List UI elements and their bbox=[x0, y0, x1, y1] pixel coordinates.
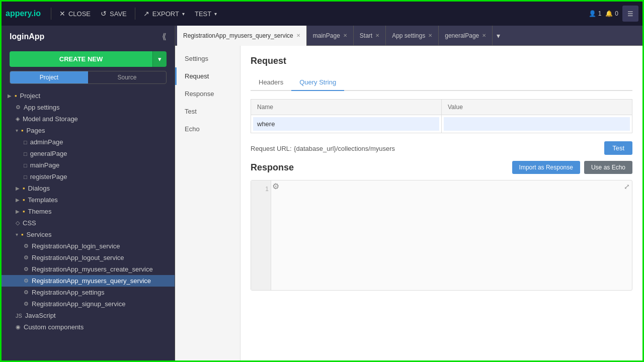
source-view-button[interactable]: Source bbox=[88, 71, 166, 83]
tree-label-signup-service: RegistrationApp_signup_service bbox=[32, 300, 125, 308]
code-expand-button[interactable]: ⤢ bbox=[624, 183, 630, 191]
tree-item-project[interactable]: ▶ ▪ Project bbox=[2, 90, 175, 102]
tree-item-settings-service[interactable]: ⚙ RegistrationApp_settings bbox=[2, 287, 175, 298]
tree-item-query-service[interactable]: ⚙ RegistrationApp_myusers_query_service bbox=[2, 275, 175, 287]
tree-item-app-settings[interactable]: ⚙ App settings bbox=[2, 102, 175, 113]
tree-item-javascript[interactable]: JS JavaScript bbox=[2, 310, 175, 321]
tree-label-logout-service: RegistrationApp_logout_service bbox=[32, 254, 124, 261]
service-icon-4: ⚙ bbox=[24, 278, 29, 284]
expand-icon: ⤢ bbox=[624, 183, 630, 191]
tree-item-css[interactable]: ◇ CSS bbox=[2, 217, 175, 229]
page-icon-2: □ bbox=[24, 151, 27, 157]
create-new-button[interactable]: CREATE NEW bbox=[10, 51, 152, 67]
sidebar: loginApp ⟪ CREATE NEW ▾ Project Source ▶… bbox=[2, 26, 175, 362]
tree-item-login-service[interactable]: ⚙ RegistrationApp_login_service bbox=[2, 240, 175, 252]
page-icon-3: □ bbox=[24, 162, 27, 168]
tab-app-settings-close-icon[interactable]: ✕ bbox=[428, 33, 432, 38]
menu-button[interactable]: ☰ bbox=[622, 6, 638, 22]
service-nav-settings-label: Settings bbox=[185, 55, 208, 62]
tree-item-themes[interactable]: ▶ ▪ Themes bbox=[2, 206, 175, 217]
request-sub-tabs: Headers Query String bbox=[251, 74, 632, 91]
tree-item-main-page[interactable]: □ mainPage bbox=[2, 159, 175, 171]
tree-item-services[interactable]: ▾ ▪ Services bbox=[2, 229, 175, 240]
tree-item-create-service[interactable]: ⚙ RegistrationApp_myusers_create_service bbox=[2, 263, 175, 275]
notification-badge: 🔔 0 bbox=[605, 10, 618, 17]
service-nav-response[interactable]: Response bbox=[175, 85, 240, 103]
use-as-echo-button[interactable]: Use as Echo bbox=[584, 161, 632, 174]
tree-label-admin-page: adminPage bbox=[30, 138, 63, 146]
custom-icon: ◉ bbox=[16, 324, 21, 330]
export-icon: ↗ bbox=[143, 10, 149, 18]
test-button[interactable]: TEST ▾ bbox=[191, 8, 221, 20]
templates-arrow-icon: ▶ bbox=[16, 197, 20, 203]
service-icon-6: ⚙ bbox=[24, 301, 29, 307]
code-gear-button[interactable]: ⚙ bbox=[272, 182, 279, 191]
tab-start-close-icon[interactable]: ✕ bbox=[375, 33, 379, 38]
model-icon: ◈ bbox=[16, 116, 20, 122]
service-nav-response-label: Response bbox=[185, 90, 214, 98]
service-nav-settings[interactable]: Settings bbox=[175, 50, 240, 67]
tree-item-admin-page[interactable]: □ adminPage bbox=[2, 136, 175, 148]
tree-item-dialogs[interactable]: ▶ ▪ Dialogs bbox=[2, 183, 175, 194]
tree-item-register-page[interactable]: □ registerPage bbox=[2, 171, 175, 183]
param-value-input[interactable] bbox=[444, 117, 630, 131]
sub-tab-querystring[interactable]: Query String bbox=[291, 74, 344, 91]
create-new-dropdown-button[interactable]: ▾ bbox=[152, 51, 167, 67]
tab-start[interactable]: Start ✕ bbox=[354, 26, 386, 46]
tree-label-main-page: mainPage bbox=[30, 161, 60, 169]
page-icon: □ bbox=[24, 139, 27, 145]
service-content: Request Headers Query String Name bbox=[240, 46, 642, 362]
tree-item-custom-components[interactable]: ◉ Custom components bbox=[2, 321, 175, 333]
service-icon-3: ⚙ bbox=[24, 266, 29, 273]
param-table: Name Value bbox=[251, 99, 632, 133]
service-nav-echo[interactable]: Echo bbox=[175, 120, 240, 138]
gear-icon: ⚙ bbox=[272, 182, 279, 191]
hamburger-icon: ☰ bbox=[627, 10, 633, 18]
services-arrow-icon: ▾ bbox=[16, 232, 18, 237]
tree-label-themes: Themes bbox=[28, 208, 52, 215]
tree-item-signup-service[interactable]: ⚙ RegistrationApp_signup_service bbox=[2, 298, 175, 310]
tab-service[interactable]: RegistrationApp_myusers_query_service ✕ bbox=[177, 26, 307, 46]
param-name-cell bbox=[251, 115, 442, 133]
css-icon: ◇ bbox=[16, 220, 20, 226]
tab-main-close-icon[interactable]: ✕ bbox=[343, 33, 347, 38]
services-folder-icon: ▪ bbox=[21, 231, 24, 238]
request-url-label: Request URL: bbox=[251, 145, 292, 152]
tree-item-general-page[interactable]: □ generalPage bbox=[2, 148, 175, 159]
tab-general[interactable]: generalPage ✕ bbox=[439, 26, 493, 46]
tree-item-logout-service[interactable]: ⚙ RegistrationApp_logout_service bbox=[2, 252, 175, 263]
service-nav-echo-label: Echo bbox=[185, 125, 200, 133]
import-as-response-button[interactable]: Import as Response bbox=[512, 161, 580, 174]
tree-label-create-service: RegistrationApp_myusers_create_service bbox=[32, 265, 153, 273]
sub-tab-headers[interactable]: Headers bbox=[251, 74, 291, 91]
tab-general-close-icon[interactable]: ✕ bbox=[482, 33, 486, 38]
service-nav: Settings Request Response Test Echo bbox=[175, 46, 240, 362]
tree-item-model-storage[interactable]: ◈ Model and Storage bbox=[2, 113, 175, 125]
tree-item-pages[interactable]: ▾ ▪ Pages bbox=[2, 125, 175, 136]
tab-general-label: generalPage bbox=[445, 32, 479, 39]
logo-text: appery.io bbox=[6, 9, 41, 18]
service-panel: Settings Request Response Test Echo Requ bbox=[175, 46, 642, 362]
param-name-input[interactable] bbox=[253, 117, 439, 131]
tabs-more-button[interactable]: ▾ bbox=[493, 32, 504, 40]
tab-service-close-icon[interactable]: ✕ bbox=[296, 33, 300, 38]
test-run-button[interactable]: Test bbox=[604, 141, 632, 155]
file-tree: ▶ ▪ Project ⚙ App settings ◈ Model and S… bbox=[2, 88, 175, 335]
export-button[interactable]: ↗ EXPORT ▾ bbox=[139, 8, 189, 20]
tab-start-label: Start bbox=[360, 32, 372, 39]
tree-label-css: CSS bbox=[23, 219, 36, 227]
folder-icon: ▪ bbox=[15, 92, 17, 100]
tree-item-templates[interactable]: ▶ ▪ Templates bbox=[2, 194, 175, 206]
project-view-button[interactable]: Project bbox=[10, 71, 88, 83]
close-button[interactable]: ✕ CLOSE bbox=[55, 8, 95, 20]
save-button[interactable]: ↺ SAVE bbox=[97, 8, 131, 20]
tree-arrow-icon: ▶ bbox=[8, 93, 12, 99]
tab-main[interactable]: mainPage ✕ bbox=[307, 26, 354, 46]
request-section-title: Request bbox=[251, 56, 632, 66]
col-value-header: Value bbox=[442, 100, 632, 115]
service-nav-test[interactable]: Test bbox=[175, 103, 240, 120]
tab-app-settings[interactable]: App settings ✕ bbox=[386, 26, 439, 46]
sidebar-collapse-button[interactable]: ⟪ bbox=[162, 32, 167, 41]
app-logo: appery.io bbox=[6, 9, 41, 18]
service-nav-request[interactable]: Request bbox=[175, 67, 240, 85]
